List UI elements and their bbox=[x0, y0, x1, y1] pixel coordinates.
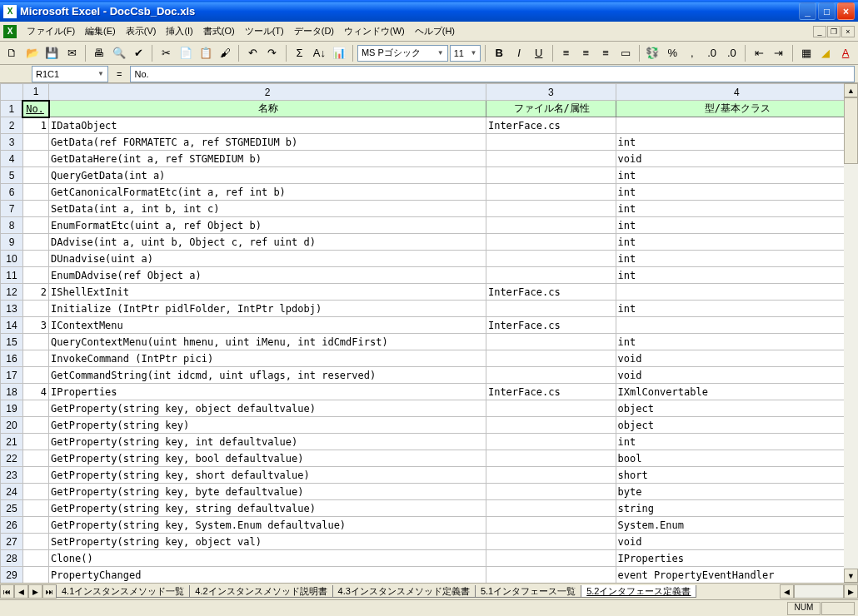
cell[interactable]: No. bbox=[22, 101, 48, 117]
cell[interactable]: GetProperty(string key, System.Enum defa… bbox=[49, 517, 486, 534]
cell[interactable]: void bbox=[616, 151, 857, 167]
cell[interactable]: InvokeCommand (IntPtr pici) bbox=[49, 350, 486, 367]
increase-indent-button[interactable]: ⇥ bbox=[770, 44, 788, 62]
row-header[interactable]: 13 bbox=[1, 301, 23, 317]
merge-center-button[interactable]: ▭ bbox=[616, 44, 635, 62]
cell[interactable]: GetProperty(string key) bbox=[49, 417, 486, 434]
mdi-close-button[interactable]: × bbox=[841, 26, 855, 37]
fill-color-button[interactable]: ◢ bbox=[817, 44, 836, 62]
menu-item[interactable]: ツール(T) bbox=[240, 24, 289, 37]
cell[interactable] bbox=[22, 251, 48, 267]
cell[interactable]: IContextMenu bbox=[49, 317, 486, 334]
cell[interactable]: 2 bbox=[22, 284, 48, 301]
open-button[interactable]: 📂 bbox=[23, 44, 42, 62]
formula-input[interactable]: No. bbox=[130, 66, 855, 82]
cell[interactable]: 名称 bbox=[49, 101, 486, 117]
cell[interactable] bbox=[22, 434, 48, 450]
cell[interactable] bbox=[22, 151, 48, 167]
cell[interactable] bbox=[486, 534, 616, 550]
cell[interactable]: GetCommandString(int idcmd, uint uflags,… bbox=[49, 367, 486, 384]
scroll-left-button[interactable]: ◀ bbox=[780, 584, 794, 599]
cell[interactable] bbox=[486, 134, 616, 151]
percent-button[interactable]: % bbox=[663, 44, 681, 62]
row-header[interactable]: 26 bbox=[1, 517, 23, 534]
redo-button[interactable]: ↷ bbox=[263, 44, 282, 62]
cell[interactable]: int bbox=[616, 251, 857, 267]
cell[interactable] bbox=[22, 301, 48, 317]
cell[interactable]: byte bbox=[616, 484, 857, 500]
cut-button[interactable]: ✂ bbox=[157, 44, 175, 62]
cell[interactable] bbox=[486, 167, 616, 184]
cell[interactable] bbox=[616, 284, 857, 301]
cell[interactable]: GetDataHere(int a, ref STGMEDIUM b) bbox=[49, 151, 486, 167]
cell[interactable]: QueryContextMenu(uint hmenu, uint iMenu,… bbox=[49, 334, 486, 350]
italic-button[interactable]: I bbox=[510, 44, 528, 62]
cell[interactable]: IShellExtInit bbox=[49, 284, 486, 301]
menu-item[interactable]: データ(D) bbox=[289, 24, 339, 37]
col-header-3[interactable]: 3 bbox=[486, 84, 616, 101]
select-all-corner[interactable] bbox=[1, 84, 23, 101]
vscroll-thumb[interactable] bbox=[844, 97, 858, 164]
cell[interactable] bbox=[486, 217, 616, 234]
autosum-button[interactable]: Σ bbox=[291, 44, 309, 62]
menu-item[interactable]: 書式(O) bbox=[198, 24, 240, 37]
borders-button[interactable]: ▦ bbox=[797, 44, 816, 62]
cell[interactable]: void bbox=[616, 367, 857, 384]
cell[interactable]: SetProperty(string key, object val) bbox=[49, 534, 486, 550]
spelling-button[interactable]: ✔ bbox=[129, 44, 147, 62]
cell[interactable] bbox=[486, 567, 616, 584]
cell[interactable] bbox=[486, 234, 616, 251]
cell[interactable]: int bbox=[616, 201, 857, 217]
row-header[interactable]: 9 bbox=[1, 234, 23, 251]
cell[interactable]: DUnadvise(uint a) bbox=[49, 251, 486, 267]
cell[interactable] bbox=[22, 417, 48, 434]
tab-nav-last-button[interactable]: ⏭ bbox=[42, 584, 57, 599]
cell[interactable]: int bbox=[616, 167, 857, 184]
align-right-button[interactable]: ≡ bbox=[596, 44, 615, 62]
cell[interactable] bbox=[486, 367, 616, 384]
row-header[interactable]: 25 bbox=[1, 500, 23, 517]
paste-button[interactable]: 📋 bbox=[197, 44, 215, 62]
decrease-decimal-button[interactable]: .0 bbox=[723, 44, 741, 62]
cell[interactable] bbox=[486, 400, 616, 417]
row-header[interactable]: 6 bbox=[1, 184, 23, 201]
cell[interactable] bbox=[486, 301, 616, 317]
cell[interactable] bbox=[486, 334, 616, 350]
spreadsheet-grid[interactable]: 1 2 3 4 1 No. 名称 ファイル名/属性 型/基本クラス2 1 IDa… bbox=[0, 83, 858, 583]
cell[interactable]: GetData(ref FORMATETC a, ref STGMEDIUM b… bbox=[49, 134, 486, 151]
col-header-2[interactable]: 2 bbox=[49, 84, 486, 101]
maximize-button[interactable]: □ bbox=[818, 2, 836, 20]
cell[interactable] bbox=[486, 500, 616, 517]
cell[interactable] bbox=[22, 217, 48, 234]
cell[interactable] bbox=[22, 167, 48, 184]
font-size-select[interactable]: 11 ▼ bbox=[450, 45, 481, 62]
vscroll-track[interactable] bbox=[844, 97, 858, 569]
row-header[interactable]: 28 bbox=[1, 550, 23, 567]
row-header[interactable]: 17 bbox=[1, 367, 23, 384]
cell[interactable] bbox=[486, 267, 616, 284]
cell[interactable] bbox=[22, 567, 48, 584]
cell[interactable]: int bbox=[616, 184, 857, 201]
row-header[interactable]: 11 bbox=[1, 267, 23, 284]
row-header[interactable]: 16 bbox=[1, 350, 23, 367]
cell[interactable] bbox=[22, 134, 48, 151]
row-header[interactable]: 15 bbox=[1, 334, 23, 350]
cell[interactable]: Initialize (IntPtr pidlFolder, IntPtr lp… bbox=[49, 301, 486, 317]
bold-button[interactable]: B bbox=[490, 44, 508, 62]
row-header[interactable]: 12 bbox=[1, 284, 23, 301]
cell[interactable] bbox=[486, 484, 616, 500]
row-header[interactable]: 3 bbox=[1, 134, 23, 151]
cell[interactable]: EnumFormatEtc(uint a, ref Object b) bbox=[49, 217, 486, 234]
cell[interactable] bbox=[486, 467, 616, 484]
cell[interactable] bbox=[22, 234, 48, 251]
cell[interactable]: int bbox=[616, 434, 857, 450]
row-header[interactable]: 10 bbox=[1, 251, 23, 267]
minimize-button[interactable]: _ bbox=[799, 2, 816, 20]
cell[interactable] bbox=[486, 151, 616, 167]
save-button[interactable]: 💾 bbox=[43, 44, 62, 62]
cell[interactable] bbox=[22, 350, 48, 367]
cell[interactable] bbox=[22, 450, 48, 467]
cell[interactable] bbox=[22, 500, 48, 517]
cell[interactable] bbox=[22, 267, 48, 284]
row-header[interactable]: 24 bbox=[1, 484, 23, 500]
